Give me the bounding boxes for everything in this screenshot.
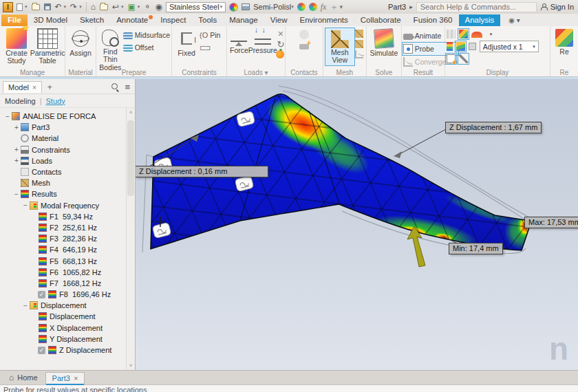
- smooth-shading-icon[interactable]: [456, 42, 465, 51]
- color-display-icon[interactable]: [459, 30, 468, 39]
- part3-tab-close-icon[interactable]: ×: [74, 374, 78, 382]
- tree-row[interactable]: F8 1696,46 Hz: [0, 289, 135, 300]
- update-icon[interactable]: ▣: [128, 3, 136, 11]
- tree-row[interactable]: Displacement: [0, 311, 135, 322]
- appearance-dropdown[interactable]: Semi-Polisl ▾: [253, 3, 294, 11]
- ribbon-tab-collaborate[interactable]: Collaborate: [354, 14, 407, 26]
- tree-row[interactable]: Z Displacement: [0, 345, 135, 356]
- title-arrow-icon[interactable]: ▸: [409, 3, 413, 11]
- clear-appearance-icon[interactable]: [309, 3, 317, 11]
- mode-modeling[interactable]: Modeling: [5, 97, 36, 105]
- qat-customize-icon[interactable]: ▾: [339, 3, 343, 10]
- measure-icon[interactable]: ⚬: [144, 3, 151, 11]
- assign-button[interactable]: Assign: [67, 28, 94, 58]
- ribbon-tab-annotate[interactable]: Annotate: [110, 14, 154, 26]
- ribbon-tab-inspect[interactable]: Inspect: [154, 14, 192, 26]
- inventor-logo-icon[interactable]: I: [3, 2, 13, 12]
- fixed-constraint-button[interactable]: Fixed: [173, 28, 200, 58]
- open-file-icon[interactable]: [32, 4, 40, 10]
- mode-study[interactable]: Study: [46, 97, 65, 105]
- mesh-view-button[interactable]: Mesh View: [325, 28, 355, 66]
- parametric-table-button[interactable]: Parametric Table: [32, 28, 63, 66]
- parameters-fx-icon[interactable]: fx: [321, 2, 327, 12]
- find-thin-bodies-button[interactable]: Find Thin Bodies: [98, 28, 123, 72]
- boundary-display-icon[interactable]: [447, 30, 456, 39]
- switch-window-icon[interactable]: [100, 4, 108, 10]
- ribbon-tab-environments[interactable]: Environments: [293, 14, 354, 26]
- tree-row[interactable]: +Loads: [0, 155, 135, 166]
- probe-label-z-left[interactable]: Z Displacement : 0,16 mm: [136, 166, 268, 177]
- max-result-label[interactable]: Max: 17,53 mm: [524, 217, 578, 228]
- tree-row[interactable]: Material: [0, 133, 135, 144]
- redo-caret-icon[interactable]: ▾: [79, 4, 82, 10]
- tree-row[interactable]: +Part3: [0, 122, 135, 133]
- tree-item-checkbox[interactable]: [38, 347, 45, 354]
- scroll-down-icon[interactable]: ˅: [129, 362, 133, 369]
- tree-row[interactable]: Mesh: [0, 177, 135, 188]
- ribbon-tab-manage[interactable]: Manage: [223, 14, 264, 26]
- expander-icon[interactable]: −: [4, 113, 11, 120]
- expander-icon[interactable]: −: [22, 202, 29, 209]
- return-caret-icon[interactable]: ▾: [121, 4, 124, 10]
- pressure-button[interactable]: Pressure: [250, 28, 276, 55]
- ramp-caret-icon[interactable]: ▾: [490, 32, 493, 37]
- ribbon-tab-3d-model[interactable]: 3D Model: [28, 14, 74, 26]
- tree-row[interactable]: X Displacement: [0, 323, 135, 334]
- gravity-icon[interactable]: [276, 50, 284, 58]
- adjust-scale-icon[interactable]: [469, 43, 476, 50]
- help-search-input[interactable]: Search Help & Commands...: [416, 2, 537, 12]
- tree-row[interactable]: F2 252,61 Hz: [0, 222, 135, 233]
- expander-icon[interactable]: −: [22, 302, 29, 309]
- local-mesh-control-icon[interactable]: [355, 40, 363, 48]
- new-file-icon[interactable]: [17, 3, 23, 11]
- browser-scrollbar-thumb[interactable]: [127, 120, 134, 196]
- ribbon-tab-fusion-360[interactable]: Fusion 360: [407, 14, 459, 26]
- redo-icon[interactable]: ↷: [70, 3, 77, 11]
- tree-row[interactable]: Contacts: [0, 166, 135, 177]
- undo-icon[interactable]: ↶: [55, 3, 62, 11]
- max-min-labels-icon[interactable]: [459, 54, 468, 63]
- ribbon-tab-analysis[interactable]: Analysis: [459, 14, 501, 26]
- force-button[interactable]: Force: [228, 28, 250, 55]
- tree-row[interactable]: F6 1065,82 Hz: [0, 267, 135, 278]
- tree-row[interactable]: −Modal Frequency: [0, 200, 135, 211]
- panel-label-loads[interactable]: Loads ▾: [227, 69, 285, 76]
- create-study-button[interactable]: Create Study: [1, 28, 32, 66]
- browser-tab-close-icon[interactable]: ×: [32, 84, 36, 91]
- tree-row[interactable]: Y Displacement: [0, 334, 135, 345]
- ribbon-tab-sketch[interactable]: Sketch: [74, 14, 110, 26]
- home-icon[interactable]: ⌂: [91, 3, 96, 11]
- part3-doc-tab[interactable]: Part3 ×: [45, 372, 85, 384]
- scroll-up-icon[interactable]: ˄: [129, 109, 133, 116]
- new-file-caret-icon[interactable]: ▾: [25, 4, 28, 10]
- offset-button[interactable]: Offset: [123, 42, 170, 53]
- midsurface-button[interactable]: Midsurface: [123, 30, 170, 41]
- moment-icon[interactable]: ↻: [276, 40, 286, 50]
- graphics-viewport[interactable]: Z Displacement : 0,16 mm Z Displacement …: [136, 79, 578, 370]
- add-icon[interactable]: ＋: [330, 3, 338, 11]
- expander-icon[interactable]: +: [13, 124, 20, 131]
- browser-search-icon[interactable]: [111, 83, 119, 91]
- adjust-appearance-icon[interactable]: [297, 3, 306, 11]
- ribbon-overflow-icon[interactable]: ◉ ▾: [509, 17, 520, 26]
- tree-row[interactable]: F7 1668,12 Hz: [0, 278, 135, 289]
- expander-icon[interactable]: +: [13, 146, 20, 153]
- tree-row[interactable]: F3 282,36 Hz: [0, 233, 135, 244]
- render-icon[interactable]: ◉: [155, 3, 162, 11]
- tree-row[interactable]: +Constraints: [0, 144, 135, 155]
- report-button[interactable]: Re: [552, 28, 577, 56]
- probe-labels-icon[interactable]: [447, 54, 456, 63]
- tree-row[interactable]: F1 59,34 Hz: [0, 211, 135, 222]
- appearance-wheel-icon[interactable]: [229, 3, 238, 12]
- tree-row[interactable]: −Results: [0, 188, 135, 199]
- sketch-return-icon[interactable]: ↩: [112, 3, 119, 11]
- expander-icon[interactable]: −: [13, 190, 20, 198]
- displacement-scale-dropdown[interactable]: Adjusted x 1 ▾: [480, 41, 539, 52]
- undo-caret-icon[interactable]: ▾: [64, 4, 67, 10]
- manual-contact-icon[interactable]: [299, 44, 309, 50]
- ribbon-tab-tools[interactable]: Tools: [192, 14, 223, 26]
- remote-force-icon[interactable]: ✕: [276, 30, 286, 39]
- pin-constraint-button[interactable]: (O Pin: [200, 30, 220, 41]
- material-dropdown[interactable]: Stainless Steel ▾: [166, 2, 226, 12]
- probe-label-z-right[interactable]: Z Displacement : 1,67 mm: [445, 122, 542, 133]
